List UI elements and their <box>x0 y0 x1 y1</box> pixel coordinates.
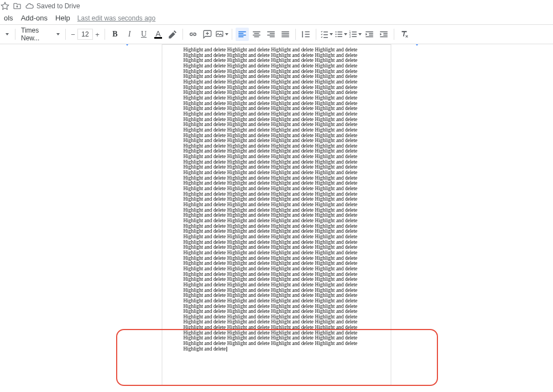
font-size-input[interactable] <box>77 29 93 40</box>
font-size-decrease[interactable]: − <box>69 28 77 41</box>
separator <box>295 29 296 40</box>
separator <box>394 29 394 40</box>
separator <box>232 29 232 40</box>
line-spacing-button[interactable] <box>299 28 312 41</box>
separator <box>65 29 66 40</box>
chevron-down-icon <box>344 33 347 35</box>
checklist-button[interactable] <box>320 28 333 41</box>
numbered-list-button[interactable]: 123 <box>348 28 362 41</box>
menu-bar: ols Add-ons Help Last edit was seconds a… <box>0 12 553 24</box>
highlight-color-button[interactable] <box>166 28 179 41</box>
svg-point-3 <box>335 36 336 37</box>
text-color-button[interactable]: A <box>152 28 165 41</box>
menu-help[interactable]: Help <box>51 12 74 24</box>
text-cursor <box>226 347 227 352</box>
separator <box>316 29 316 40</box>
ruler-tick: 1 <box>150 44 153 45</box>
svg-point-1 <box>335 32 336 33</box>
separator <box>105 29 105 40</box>
bold-button[interactable]: B <box>108 28 122 41</box>
right-indent-marker-icon[interactable] <box>415 44 419 46</box>
svg-point-2 <box>335 34 336 35</box>
chevron-down-icon <box>330 33 333 35</box>
italic-button[interactable]: I <box>123 28 136 41</box>
add-comment-button[interactable] <box>201 28 214 41</box>
align-justify-button[interactable] <box>279 28 292 41</box>
document-page[interactable]: Highlight and delete Highlight and delet… <box>162 44 392 385</box>
ruler-tick: 1 <box>62 44 64 45</box>
menu-addons[interactable]: Add-ons <box>17 12 51 24</box>
title-bar: Saved to Drive <box>0 0 553 12</box>
document-body-text[interactable]: Highlight and delete Highlight and delet… <box>184 48 370 352</box>
separator <box>15 29 15 40</box>
move-to-drive-icon[interactable] <box>12 1 22 11</box>
save-status: Saved to Drive <box>36 2 80 10</box>
insert-link-button[interactable] <box>186 28 200 41</box>
chevron-down-icon <box>6 33 9 35</box>
align-right-button[interactable] <box>264 28 278 41</box>
underline-button[interactable]: U <box>137 28 150 41</box>
decrease-indent-button[interactable] <box>363 28 376 41</box>
document-canvas[interactable]: 1 1 2 3 4 5 6 7 Highlight and delete Hig… <box>0 44 553 392</box>
increase-indent-button[interactable] <box>377 28 390 41</box>
menu-tools[interactable]: ols <box>0 12 17 24</box>
last-edit-link[interactable]: Last edit was seconds ago <box>77 14 155 22</box>
insert-image-button[interactable] <box>215 28 228 41</box>
align-left-button[interactable] <box>236 28 249 41</box>
align-center-button[interactable] <box>250 28 263 41</box>
font-size-control: − + <box>69 28 102 41</box>
chevron-down-icon <box>56 33 60 35</box>
styles-dropdown-caret[interactable] <box>2 28 12 41</box>
bulleted-list-button[interactable] <box>334 28 347 41</box>
font-family-dropdown[interactable]: Times New... <box>18 28 62 41</box>
toolbar: Times New... − + B I U A <box>0 24 553 44</box>
cloud-saved-icon[interactable] <box>24 1 34 11</box>
font-size-increase[interactable]: + <box>93 28 102 41</box>
star-icon[interactable] <box>0 1 10 11</box>
svg-text:3: 3 <box>349 35 351 38</box>
font-family-label: Times New... <box>21 27 56 42</box>
chevron-down-icon <box>225 33 228 35</box>
ruler-tick: 7 <box>438 44 440 45</box>
chevron-down-icon <box>358 33 362 35</box>
separator <box>182 29 183 40</box>
svg-rect-0 <box>216 32 223 36</box>
clear-formatting-button[interactable] <box>398 28 411 41</box>
indent-marker-icon[interactable] <box>125 44 129 46</box>
